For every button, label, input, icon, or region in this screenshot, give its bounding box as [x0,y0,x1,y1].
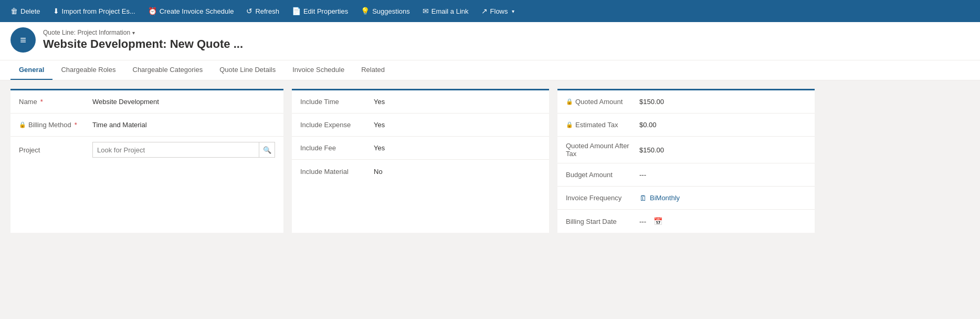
estimated-tax-field-row: 🔒 Estimated Tax $0.00 [557,114,815,137]
delete-button[interactable]: 🗑 Delete [4,0,47,22]
billing-method-value: Time and Material [92,121,275,129]
search-icon: 🔍 [263,146,271,154]
nav-tabs: General Chargeable Roles Chargeable Cate… [0,60,980,80]
refresh-button[interactable]: ↺ Refresh [240,0,286,22]
name-value: Website Development [92,98,275,106]
estimated-tax-value: $0.00 [639,121,806,129]
quoted-amount-label: 🔒 Quoted Amount [566,98,639,106]
header-meta: Quote Line: Project Information ▾ Websit… [43,29,243,51]
include-expense-value: Yes [374,121,541,129]
flows-chevron-icon: ▾ [512,8,514,14]
left-panel: Name * Website Development 🔒 Billing Met… [10,89,283,233]
billing-start-date-field-row: Billing Start Date --- 📅 [557,210,815,233]
project-field-row: Project 🔍 [10,137,283,163]
include-fee-label: Include Fee [300,144,374,152]
include-expense-label: Include Expense [300,121,374,129]
invoice-frequency-label: Invoice Frequency [566,194,639,202]
invoice-frequency-field-row: Invoice Frequency 🗓 BiMonthly [557,187,815,210]
budget-amount-field-row: Budget Amount --- [557,163,815,187]
invoice-frequency-icon: 🗓 [639,194,647,202]
middle-panel: Include Time Yes Include Expense Yes Inc… [292,89,549,233]
include-expense-field-row: Include Expense Yes [292,114,549,137]
flows-button[interactable]: ↗ Flows ▾ [475,0,521,22]
avatar-icon: ≡ [20,34,26,46]
quoted-amount-after-tax-label: Quoted Amount After Tax [566,142,639,158]
project-search-wrapper[interactable]: 🔍 [92,142,275,158]
tab-chargeable-roles[interactable]: Chargeable Roles [52,60,124,80]
import-button[interactable]: ⬇ Import from Project Es... [47,0,142,22]
include-fee-value: Yes [374,144,541,152]
refresh-icon: ↺ [246,7,252,15]
include-time-value: Yes [374,98,541,106]
billing-start-date-label: Billing Start Date [566,218,639,225]
edit-properties-icon: 📄 [292,7,301,15]
include-material-field-row: Include Material No [292,160,549,183]
include-fee-field-row: Include Fee Yes [292,137,549,160]
header: ≡ Quote Line: Project Information ▾ Webs… [0,22,980,60]
suggestions-button[interactable]: 💡 Suggestions [354,0,416,22]
billing-method-label: 🔒 Billing Method * [19,121,92,129]
name-field-row: Name * Website Development [10,90,283,114]
budget-amount-label: Budget Amount [566,171,639,179]
name-required: * [40,98,43,106]
quoted-amount-value: $150.00 [639,98,806,106]
include-time-field-row: Include Time Yes [292,90,549,114]
estimated-tax-label: 🔒 Estimated Tax [566,121,639,129]
import-icon: ⬇ [53,7,59,15]
project-label: Project [19,146,92,154]
quoted-amount-after-tax-field-row: Quoted Amount After Tax $150.00 [557,137,815,163]
email-link-button[interactable]: ✉ Email a Link [416,0,475,22]
breadcrumb: Quote Line: Project Information ▾ [43,29,243,36]
quoted-amount-lock-icon: 🔒 [566,98,573,105]
calendar-icon[interactable]: 📅 [654,217,662,225]
quoted-amount-field-row: 🔒 Quoted Amount $150.00 [557,90,815,114]
tab-quote-line-details[interactable]: Quote Line Details [211,60,284,80]
breadcrumb-chevron-icon: ▾ [132,30,135,36]
include-time-label: Include Time [300,98,374,106]
toolbar: 🗑 Delete ⬇ Import from Project Es... ⏰ C… [0,0,980,22]
flows-icon: ↗ [481,7,488,15]
include-material-value: No [374,168,541,176]
avatar: ≡ [10,27,36,53]
create-invoice-icon: ⏰ [148,7,157,15]
project-search-input[interactable] [93,146,259,154]
tab-invoice-schedule[interactable]: Invoice Schedule [284,60,353,80]
billing-method-field-row: 🔒 Billing Method * Time and Material [10,114,283,137]
page-title: Website Development: New Quote ... [43,37,243,51]
tab-related[interactable]: Related [353,60,393,80]
include-material-label: Include Material [300,168,374,176]
right-panel: 🔒 Quoted Amount $150.00 🔒 Estimated Tax … [557,89,815,233]
project-search-button[interactable]: 🔍 [259,142,275,158]
billing-start-date-value-wrapper: --- 📅 [639,217,806,225]
invoice-frequency-value-wrapper: 🗓 BiMonthly [639,194,806,202]
budget-amount-value: --- [639,171,806,179]
suggestions-icon: 💡 [361,7,370,15]
billing-method-lock-icon: 🔒 [19,121,26,128]
billing-method-required: * [75,121,77,129]
email-icon: ✉ [423,7,429,15]
invoice-frequency-value[interactable]: BiMonthly [650,194,806,202]
delete-icon: 🗑 [10,7,18,15]
name-label: Name * [19,98,92,106]
quoted-amount-after-tax-value: $150.00 [639,146,806,154]
edit-properties-button[interactable]: 📄 Edit Properties [286,0,354,22]
tab-general[interactable]: General [10,60,52,80]
estimated-tax-lock-icon: 🔒 [566,121,573,128]
billing-start-date-value: --- [639,218,646,225]
create-invoice-button[interactable]: ⏰ Create Invoice Schedule [142,0,240,22]
tab-chargeable-categories[interactable]: Chargeable Categories [124,60,212,80]
main-content: Name * Website Development 🔒 Billing Met… [0,80,980,241]
